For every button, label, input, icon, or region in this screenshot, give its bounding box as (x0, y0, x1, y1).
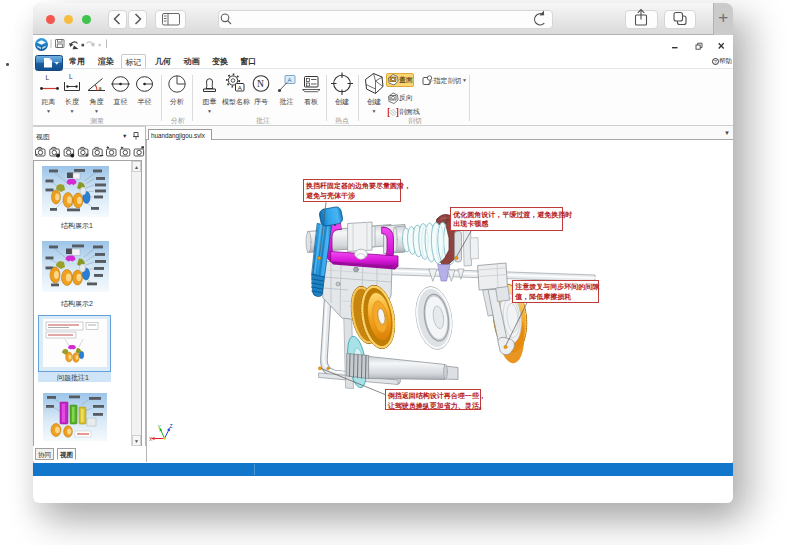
svg-text:a: a (99, 85, 103, 91)
svg-text:N: N (257, 79, 264, 89)
svg-text:L: L (69, 73, 73, 80)
svg-text:L: L (46, 74, 50, 81)
svg-text:A: A (238, 85, 242, 91)
svg-text:A: A (288, 77, 292, 83)
svg-text:Z: Z (170, 423, 173, 429)
svg-text:Y: Y (158, 424, 162, 430)
